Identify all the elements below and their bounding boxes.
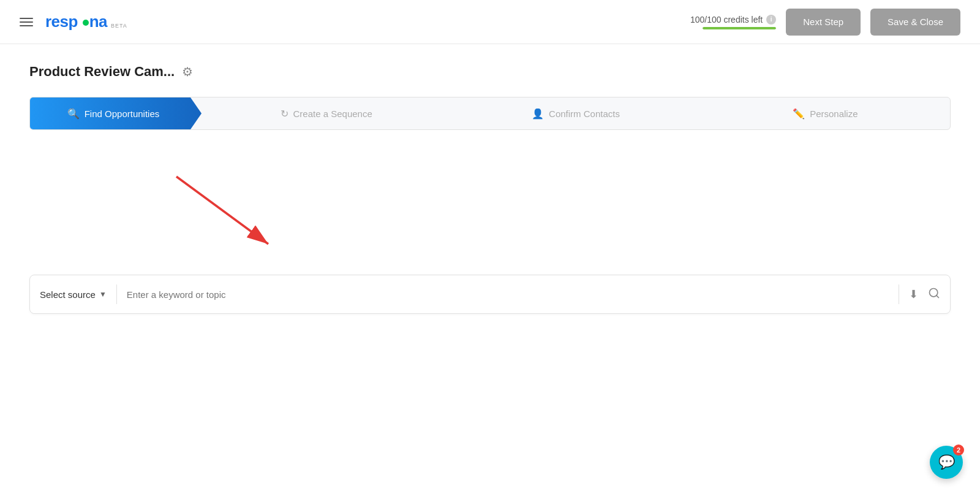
- menu-icon[interactable]: [20, 18, 33, 26]
- search-icon[interactable]: [928, 287, 940, 302]
- step-create-sequence[interactable]: ↻ Create a Sequence: [202, 97, 451, 129]
- next-step-button[interactable]: Next Step: [786, 9, 861, 36]
- step-personalize[interactable]: ✏️ Personalize: [701, 97, 950, 129]
- step-confirm-contacts[interactable]: 👤 Confirm Contacts: [451, 97, 700, 129]
- select-source-label: Select source: [40, 289, 96, 300]
- personalize-step-icon: ✏️: [793, 108, 805, 120]
- header-right: 100/100 credits left i Next Step Save & …: [690, 9, 960, 36]
- credits-container: 100/100 credits left i: [690, 15, 776, 29]
- credits-label: 100/100 credits left: [690, 15, 763, 25]
- credits-text: 100/100 credits left i: [690, 15, 776, 25]
- save-close-button[interactable]: Save & Close: [870, 9, 960, 36]
- main-content: Product Review Cam... ⚙ 🔍 Find Opportuni…: [0, 44, 980, 334]
- red-arrow-svg: [127, 164, 299, 262]
- header: resp na BETA 100/100 credits left i Next…: [0, 0, 980, 44]
- search-bar: Select source ▼ ⬇: [29, 275, 951, 314]
- download-icon[interactable]: ⬇: [909, 288, 918, 301]
- credits-info-icon[interactable]: i: [766, 15, 776, 25]
- logo: resp na BETA: [45, 12, 127, 31]
- step-personalize-label: Personalize: [810, 109, 858, 119]
- select-source-dropdown[interactable]: Select source ▼: [40, 284, 117, 304]
- step-find-opportunities-label: Find Opportunities: [85, 109, 160, 119]
- step-confirm-contacts-label: Confirm Contacts: [549, 109, 620, 119]
- chat-bubble[interactable]: 💬 2: [930, 446, 963, 479]
- chevron-down-icon: ▼: [99, 290, 107, 299]
- gear-icon[interactable]: ⚙: [182, 64, 193, 79]
- search-step-icon: 🔍: [67, 108, 80, 120]
- steps-bar: 🔍 Find Opportunities ↻ Create a Sequence…: [29, 97, 951, 130]
- keyword-input[interactable]: [117, 289, 899, 300]
- campaign-title: Product Review Cam...: [29, 64, 175, 80]
- chat-bubble-icon: 💬: [938, 454, 955, 470]
- logo-beta: BETA: [111, 23, 127, 29]
- search-bar-actions: ⬇: [899, 284, 940, 304]
- sequence-step-icon: ↻: [281, 108, 288, 120]
- chat-badge: 2: [953, 444, 964, 456]
- campaign-title-row: Product Review Cam... ⚙: [29, 64, 951, 80]
- logo-text: resp na: [45, 12, 107, 31]
- step-find-opportunities[interactable]: 🔍 Find Opportunities: [30, 97, 202, 129]
- step-create-sequence-label: Create a Sequence: [293, 109, 372, 119]
- contacts-step-icon: 👤: [532, 108, 544, 120]
- arrow-annotation: [29, 164, 951, 275]
- credits-bar-fill: [703, 27, 776, 29]
- logo-dot: [83, 20, 89, 26]
- credits-bar: [703, 27, 776, 29]
- header-left: resp na BETA: [20, 12, 127, 31]
- svg-line-1: [176, 177, 268, 244]
- svg-line-3: [937, 295, 939, 297]
